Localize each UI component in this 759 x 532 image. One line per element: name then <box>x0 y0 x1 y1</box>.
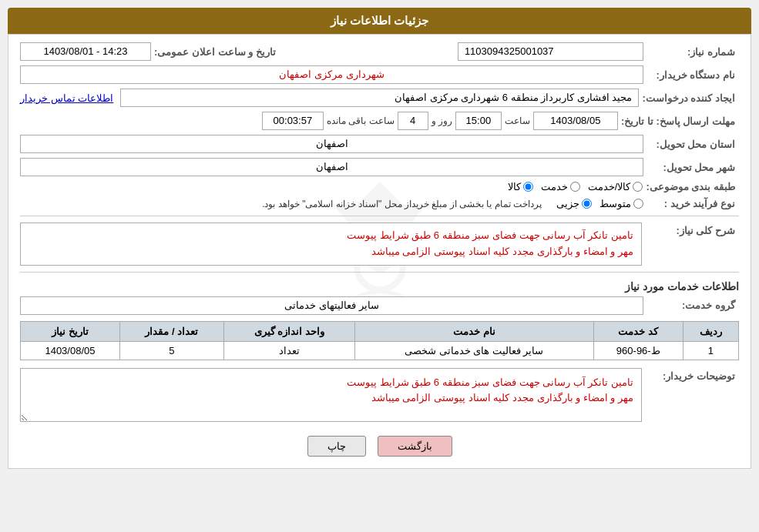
process-jozi-item: جزیی <box>556 198 592 209</box>
process-jozi-radio[interactable] <box>582 199 592 209</box>
contact-link[interactable]: اطلاعات تماس خریدار <box>20 92 113 104</box>
col-header-code: کد خدمت <box>593 321 683 341</box>
description-row: شرح کلی نیاز: تامین تانکر آب رسانی جهت ف… <box>20 223 739 266</box>
category-kala-khedmat-item: کالا/خدمت <box>588 181 643 192</box>
category-label: طبقه بندی موضوعی: <box>646 181 739 192</box>
cell-code: ط-96-960 <box>593 341 683 360</box>
cell-date: 1403/08/05 <box>21 341 120 360</box>
category-radio-group: کالا/خدمت خدمت کالا <box>508 181 643 192</box>
province-row: استان محل تحویل: اصفهان <box>20 135 739 153</box>
category-kala-radio[interactable] <box>523 182 533 192</box>
page-wrapper: جزئیات اطلاعات نیاز شماره نیاز: 11030943… <box>0 0 759 532</box>
province-value: اصفهان <box>20 135 643 153</box>
process-note: پرداخت تمام یا بخشی از مبلغ خریداز محل "… <box>262 199 542 209</box>
requester-row: ایجاد کننده درخواست: مجید افشاری کاربردا… <box>20 89 739 107</box>
col-header-row: ردیف <box>683 321 738 341</box>
org-name-value: شهرداری مرکزی اصفهان <box>20 65 643 84</box>
process-motavaset-item: متوسط <box>599 198 643 209</box>
description-line2: مهر و امضاء و بارگذاری مجدد کلیه اسناد پ… <box>29 244 633 260</box>
category-khedmat-item: خدمت <box>541 181 580 192</box>
category-row: طبقه بندی موضوعی: کالا/خدمت خدمت کالا <box>20 181 739 192</box>
col-header-name: نام خدمت <box>354 321 593 341</box>
category-khedmat-radio[interactable] <box>570 182 580 192</box>
deadline-row: مهلت ارسال پاسخ: تا تاریخ: 1403/08/05 سا… <box>20 112 739 130</box>
category-kala-khedmat-label: کالا/خدمت <box>588 181 631 192</box>
deadline-time-label: ساعت <box>505 115 530 126</box>
process-label: نوع فرآیند خرید : <box>646 198 739 209</box>
requester-label: ایجاد کننده درخواست: <box>642 92 739 104</box>
category-kala-item: کالا <box>508 181 533 192</box>
content-area: شماره نیاز: 1103094325001037 تاریخ و ساع… <box>20 42 739 457</box>
category-kala-label: کالا <box>508 181 521 192</box>
process-radio-group: متوسط جزیی <box>556 198 643 209</box>
col-header-date: تاریخ نیاز <box>21 321 120 341</box>
table-row: 1 ط-96-960 سایر فعالیت های خدماتی شخصی ت… <box>21 341 739 360</box>
process-row: نوع فرآیند خرید : متوسط جزیی پرداخت تمام… <box>20 197 739 209</box>
col-header-unit: واحد اندازه گیری <box>223 321 354 341</box>
cell-row-num: 1 <box>683 341 738 360</box>
deadline-label: مهلت ارسال پاسخ: تا تاریخ: <box>621 115 739 127</box>
city-value: اصفهان <box>20 158 643 176</box>
category-khedmat-label: خدمت <box>541 181 568 192</box>
service-group-value: سایر فعالیتهای خدماتی <box>20 296 643 315</box>
description-label: شرح کلی نیاز: <box>646 223 739 236</box>
requester-value: مجید افشاری کاربرداز منطقه 6 شهرداری مرک… <box>120 89 639 107</box>
city-row: شهر محل تحویل: اصفهان <box>20 158 739 176</box>
divider-2 <box>20 272 739 273</box>
page-title: جزئیات اطلاعات نیاز <box>331 14 428 27</box>
back-button[interactable]: بازگشت <box>378 436 452 457</box>
description-content: تامین تانکر آب رسانی جهت فضای سبز منطقه … <box>20 223 642 266</box>
services-table: ردیف کد خدمت نام خدمت واحد اندازه گیری ت… <box>20 321 739 360</box>
pub-datetime-label: تاریخ و ساعت اعلان عمومی: <box>154 46 280 58</box>
need-number-row: شماره نیاز: 1103094325001037 تاریخ و ساع… <box>20 42 739 61</box>
province-label: استان محل تحویل: <box>646 139 739 150</box>
buyer-desc-label: توضیحات خریدار: <box>646 368 739 382</box>
buyer-desc-row: توضیحات خریدار: تامین تانکر آب رسانی جهت… <box>20 368 739 424</box>
process-motavaset-label: متوسط <box>599 198 631 209</box>
deadline-remaining-label: ساعت باقی مانده <box>327 115 395 126</box>
deadline-remaining-value: 00:03:57 <box>262 112 324 130</box>
description-line1: تامین تانکر آب رسانی جهت فضای سبز منطقه … <box>29 228 633 244</box>
main-container: شماره نیاز: 1103094325001037 تاریخ و ساع… <box>8 34 751 469</box>
cell-unit: تعداد <box>223 341 354 360</box>
page-header: جزئیات اطلاعات نیاز <box>8 8 751 34</box>
divider-1 <box>20 216 739 216</box>
org-name-row: نام دستگاه خریدار: شهرداری مرکزی اصفهان <box>20 65 739 84</box>
buyer-desc-content: تامین تانکر آب رسانی جهت فضای سبز منطقه … <box>20 368 642 424</box>
description-value: تامین تانکر آب رسانی جهت فضای سبز منطقه … <box>20 223 642 266</box>
deadline-time-value: 15:00 <box>455 112 502 130</box>
process-motavaset-radio[interactable] <box>633 199 643 209</box>
category-kala-khedmat-radio[interactable] <box>633 182 643 192</box>
process-jozi-label: جزیی <box>556 198 579 209</box>
org-name-label: نام دستگاه خریدار: <box>646 69 739 81</box>
service-group-row: گروه خدمت: سایر فعالیتهای خدماتی <box>20 296 739 315</box>
pub-datetime-value: 1403/08/01 - 14:23 <box>20 42 151 61</box>
service-group-label: گروه خدمت: <box>646 299 739 311</box>
deadline-days-value: 4 <box>398 112 428 130</box>
need-number-value: 1103094325001037 <box>458 42 643 61</box>
deadline-date-value: 1403/08/05 <box>533 112 618 130</box>
need-number-label: شماره نیاز: <box>646 46 739 58</box>
buyer-desc-textarea[interactable]: تامین تانکر آب رسانی جهت فضای سبز منطقه … <box>20 368 642 422</box>
cell-service-name: سایر فعالیت های خدماتی شخصی <box>354 341 593 360</box>
deadline-days-label: روز و <box>432 115 452 126</box>
city-label: شهر محل تحویل: <box>646 162 739 173</box>
cell-count: 5 <box>119 341 223 360</box>
print-button[interactable]: چاپ <box>307 436 366 457</box>
col-header-count: تعداد / مقدار <box>119 321 223 341</box>
services-section-title: اطلاعات خدمات مورد نیاز <box>20 280 739 293</box>
button-row: بازگشت چاپ <box>20 436 739 457</box>
